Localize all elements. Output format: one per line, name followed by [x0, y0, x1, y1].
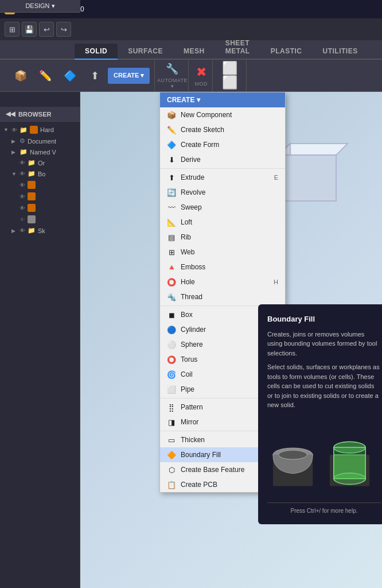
dd-emboss[interactable]: 🔺 Emboss [160, 260, 285, 274]
dd-create-form[interactable]: 🔷 Create Form [160, 137, 285, 152]
browser-tree: ▼ 👁 📁 Hard ▶ ⚙ Document ▶ 📁 Named V 👁 📁 [0, 122, 80, 588]
box-icon: ◼ [167, 310, 176, 319]
create-form-icon: 🔷 [167, 140, 176, 149]
dd-rib[interactable]: ▤ Rib [160, 230, 285, 245]
tooltip-popup: Boundary Fill Creates, joins or removes … [258, 304, 382, 524]
modify-icon[interactable]: ✖ [196, 65, 206, 80]
tree-item-bo[interactable]: ▼ 👁 📁 Bo [0, 168, 80, 179]
automate-icon-btn[interactable]: 🔧 AUTOMATE ▾ [161, 63, 184, 89]
dd-create-sketch[interactable]: ✏️ Create Sketch [160, 122, 285, 137]
browser-header: ◀◀ BROWSER [0, 107, 80, 122]
tree-item-hard[interactable]: ▼ 👁 📁 Hard [0, 124, 80, 136]
create-base-feature-icon: ⬡ [167, 465, 176, 474]
create-section: 📦 ✏️ 🔷 ⬆ CREATE ▾ [5, 60, 155, 91]
create-pcb-icon: 📋 [167, 480, 176, 489]
svg-marker-2 [279, 155, 336, 201]
tree-item-body1[interactable]: 👁 [0, 179, 80, 191]
revolve-icon: 🔄 [167, 188, 176, 197]
tab-sheetmetal[interactable]: SHEET METAL [215, 36, 260, 60]
pattern-icon: ⣿ [167, 403, 176, 412]
dd-derive[interactable]: ⬇ Derive [160, 152, 285, 167]
dd-thread[interactable]: 🔩 Thread [160, 289, 285, 304]
tooltip-desc2: Select solids, surfaces or workplanes as… [267, 362, 381, 410]
icon-toolbar: 📦 ✏️ 🔷 ⬆ CREATE ▾ 🔧 AUTOMATE ▾ [0, 60, 382, 92]
tab-plastic[interactable]: PLASTIC [260, 44, 313, 60]
web-icon: ⊞ [167, 247, 176, 257]
extrude-icon: ⬆ [167, 173, 176, 182]
dd-extrude[interactable]: ⬆ Extrude E [160, 170, 285, 185]
canvas-area: CREATE ▾ 📦 New Component ✏️ Create Sketc… [80, 92, 382, 588]
sketch-icon-btn[interactable]: ✏️ [34, 63, 57, 89]
extrude-icon-btn[interactable]: ⬆ [83, 63, 106, 89]
derive-icon: ⬇ [167, 155, 176, 164]
dd-sweep[interactable]: 〰 Sweep [160, 200, 285, 215]
emboss-icon: 🔺 [167, 262, 176, 272]
coil-icon: 🌀 [167, 370, 176, 379]
more-icon-btn1[interactable]: ⬜ [219, 61, 241, 76]
redo-button[interactable]: ↪ [56, 22, 71, 37]
new-component-icon-btn[interactable]: 📦 [9, 63, 32, 89]
undo-button[interactable]: ↩ [39, 22, 54, 37]
tooltip-illustration [267, 415, 381, 495]
tree-item-document[interactable]: ▶ ⚙ Document [0, 136, 80, 146]
new-component-icon: 📦 [167, 110, 176, 119]
tab-bar: SOLID SURFACE MESH SHEET METAL PLASTIC U… [0, 40, 382, 60]
separator-1 [160, 168, 285, 169]
dd-revolve[interactable]: 🔄 Revolve [160, 185, 285, 200]
torus-icon: ⭕ [167, 355, 176, 364]
dd-hole[interactable]: ⭕ Hole H [160, 274, 285, 289]
dropdown-header: CREATE ▾ [160, 92, 285, 107]
create-sketch-icon: ✏️ [167, 125, 176, 134]
tree-item-body2[interactable]: 👁 [0, 191, 80, 202]
dd-web[interactable]: ⊞ Web [160, 245, 285, 260]
more-icon-btn2[interactable]: ⬜ [219, 76, 241, 91]
tree-item-or[interactable]: 👁 📁 Or [0, 157, 80, 168]
save-button[interactable]: 💾 [22, 22, 37, 37]
dd-new-component[interactable]: 📦 New Component [160, 107, 285, 122]
automate-section: 🔧 AUTOMATE ▾ [156, 60, 189, 91]
cylinder-icon: 🔵 [167, 325, 176, 334]
tab-solid[interactable]: SOLID [75, 44, 118, 60]
boundary-fill-icon: 🔶 [167, 450, 176, 459]
create-dropdown-button[interactable]: CREATE ▾ [108, 68, 150, 84]
grid-menu-button[interactable]: ⊞ [5, 22, 20, 37]
toolbar-area: ⊞ 💾 ↩ ↪ [0, 18, 382, 40]
hole-icon: ⭕ [167, 277, 176, 287]
loft-icon: 📐 [167, 218, 176, 227]
tooltip-footer: Press Ctrl+/ for more help. [267, 502, 381, 515]
tab-surface[interactable]: SURFACE [118, 44, 173, 60]
svg-rect-10 [334, 455, 365, 479]
mirror-icon: ◨ [167, 417, 176, 427]
sidebar: DESIGN ▾ ◀◀ BROWSER ▼ 👁 📁 Hard ▶ ⚙ Docum… [0, 92, 80, 588]
tooltip-desc1: Creates, joins or removes volumes using … [267, 330, 381, 358]
thicken-icon: ▭ [167, 435, 176, 444]
modify-section: ✖ MOD [190, 60, 213, 91]
tree-item-sk[interactable]: ▶ 👁 📁 Sk [0, 225, 80, 236]
thread-icon: 🔩 [167, 292, 176, 301]
more-icons-section: ⬜ ⬜ [214, 60, 247, 91]
svg-point-5 [279, 450, 307, 459]
sphere-icon: ⚪ [167, 340, 176, 349]
tab-mesh[interactable]: MESH [173, 44, 215, 60]
main-area: DESIGN ▾ ◀◀ BROWSER ▼ 👁 📁 Hard ▶ ⚙ Docum… [0, 92, 382, 588]
tab-utilities[interactable]: UTILITIES [312, 44, 368, 60]
dd-loft[interactable]: 📐 Loft [160, 215, 285, 230]
form-icon-btn[interactable]: 🔷 [59, 63, 81, 89]
rib-icon: ▤ [167, 233, 176, 242]
pipe-icon: ⬜ [167, 385, 176, 394]
tree-item-named[interactable]: ▶ 📁 Named V [0, 146, 80, 157]
sweep-icon: 〰 [167, 203, 176, 212]
tree-item-body3[interactable]: 👁 [0, 202, 80, 214]
tooltip-title: Boundary Fill [267, 314, 381, 325]
tree-item-body4[interactable]: 👁 [0, 214, 80, 225]
